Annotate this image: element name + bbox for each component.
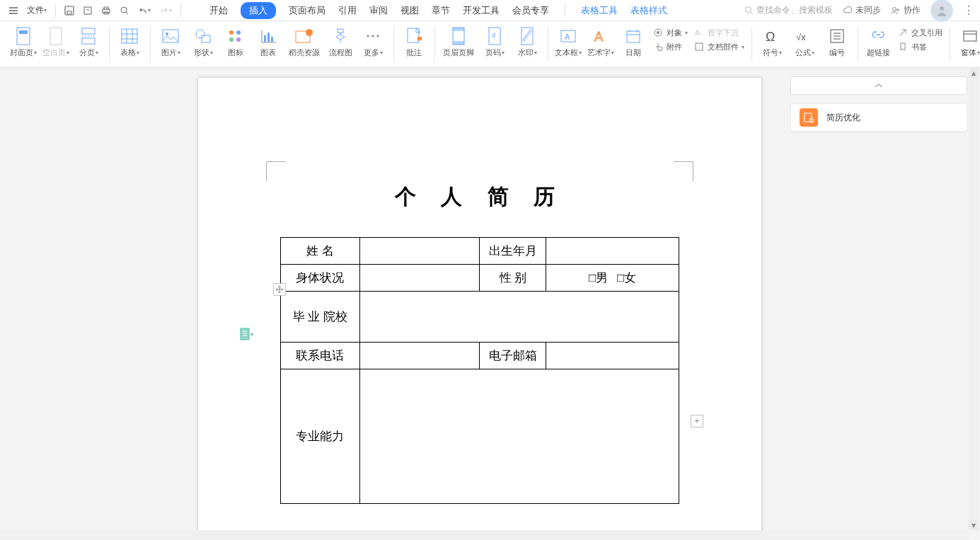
symbol-button[interactable]: Ω 符号▾ [756, 24, 788, 58]
tab-insert[interactable]: 插入 [241, 2, 276, 19]
cell-school-value[interactable] [359, 292, 679, 343]
table-button[interactable]: 表格▾ [113, 24, 146, 58]
menu-icon[interactable] [6, 2, 21, 19]
document-title[interactable]: 个 人 简 历 [266, 183, 693, 212]
svg-rect-34 [408, 28, 419, 42]
svg-rect-24 [264, 35, 266, 42]
comment-label: 批注 [406, 47, 422, 58]
bookmark-button[interactable]: 书签 [897, 41, 942, 52]
cross-ref-button[interactable]: 交叉引用 [897, 27, 942, 38]
scroll-up-icon[interactable]: ▴ [969, 68, 979, 78]
chart-button[interactable]: 图表 [252, 24, 284, 58]
table-add-column[interactable]: + [691, 415, 703, 427]
resume-optimize-card[interactable]: 简历优化 [790, 103, 967, 132]
cell-gender-label[interactable]: 性 别 [480, 265, 546, 292]
comment-button[interactable]: 批注 [398, 24, 430, 58]
gallery-button[interactable]: 稻壳资源 [284, 24, 324, 58]
picture-label: 图片 [161, 47, 177, 58]
cell-phone-label[interactable]: 联系电话 [281, 343, 360, 369]
textbox-button[interactable]: A 文本框▾ [552, 24, 584, 58]
cell-health-value[interactable] [359, 265, 480, 292]
more-icon[interactable]: ⋮ [963, 4, 974, 17]
flowchart-button[interactable]: 流程图 [324, 24, 357, 58]
cell-gender-value[interactable]: □男 □女 [546, 265, 679, 292]
tab-references[interactable]: 引用 [338, 4, 357, 17]
picture-button[interactable]: 图片▾ [154, 24, 187, 58]
cell-health-label[interactable]: 身体状况 [281, 265, 360, 292]
tab-dev-tools[interactable]: 开发工具 [463, 4, 500, 17]
print-icon[interactable] [98, 2, 114, 19]
table-move-handle[interactable] [273, 283, 286, 296]
object-icon [652, 27, 664, 38]
print-preview-icon[interactable] [117, 2, 132, 19]
equation-button[interactable]: √x 公式▾ [788, 24, 821, 58]
svg-rect-4 [104, 7, 108, 9]
cell-phone-value[interactable] [359, 343, 480, 369]
wordart-button[interactable]: A 艺术字▾ [584, 24, 617, 58]
tab-table-style[interactable]: 表格样式 [630, 4, 667, 17]
icons-icon [226, 27, 245, 45]
tab-table-tools[interactable]: 表格工具 [581, 4, 618, 17]
attachment-button[interactable]: 附件 [652, 41, 688, 52]
file-menu[interactable]: 文件 ▾ [24, 2, 50, 19]
tab-page-layout[interactable]: 页面布局 [289, 4, 325, 17]
cover-page-button[interactable]: 封面页▾ [7, 24, 40, 58]
tab-member[interactable]: 会员专享 [512, 4, 549, 17]
page[interactable]: 个 人 简 历 姓 名 出生年月 身体状况 性 别 □男 □女 毕 业 院校 [198, 78, 761, 540]
tab-start[interactable]: 开始 [209, 4, 228, 17]
sync-status[interactable]: 未同步 [843, 4, 881, 16]
tab-review[interactable]: 审阅 [369, 4, 388, 17]
sync-label: 未同步 [855, 4, 881, 16]
collab-button[interactable]: 协作 [891, 4, 921, 16]
table-label: 表格 [120, 47, 136, 58]
scroll-down-icon[interactable]: ▾ [969, 520, 979, 530]
object-button[interactable]: 对象▾ [652, 27, 688, 38]
more-button[interactable]: 更多▾ [357, 24, 389, 58]
header-footer-button[interactable]: 页眉页脚 [439, 24, 478, 58]
shapes-button[interactable]: 形状▾ [187, 24, 219, 58]
save-icon[interactable] [62, 2, 77, 19]
resume-table[interactable]: 姓 名 出生年月 身体状况 性 别 □男 □女 毕 业 院校 联系电话 [280, 237, 679, 504]
blank-page-button[interactable]: 空白页▾ [40, 24, 72, 58]
avatar[interactable] [930, 0, 953, 22]
cover-page-label: 封面页 [10, 47, 33, 58]
export-icon[interactable] [80, 2, 96, 19]
cloud-icon [843, 6, 853, 16]
cell-name-value[interactable] [359, 238, 480, 265]
cell-school-label[interactable]: 毕 业 院校 [281, 292, 360, 343]
margin-corner-tr [674, 161, 693, 181]
tab-chapter[interactable]: 章节 [432, 4, 450, 17]
watermark-button[interactable]: 水印▾ [511, 24, 543, 58]
cell-skills-value[interactable] [359, 369, 679, 504]
cell-email-value[interactable] [546, 343, 679, 369]
cell-birth-value[interactable] [546, 238, 679, 265]
wordart-icon: A [592, 27, 610, 45]
date-button[interactable]: 日期 [617, 24, 650, 58]
redo-icon[interactable]: ▾ [156, 2, 175, 19]
doc-parts-button[interactable]: 文档部件▾ [693, 41, 744, 52]
window-button[interactable]: 窗体▾ [954, 24, 980, 58]
horizontal-scrollbar[interactable] [0, 530, 969, 540]
icon-button[interactable]: 图标 [219, 24, 252, 58]
gutter-page-icon[interactable]: ▾ [239, 327, 255, 341]
svg-point-23 [236, 38, 241, 42]
hyperlink-button[interactable]: 超链接 [862, 24, 894, 58]
svg-point-20 [229, 30, 234, 35]
tab-view[interactable]: 视图 [400, 4, 419, 17]
cell-birth-label[interactable]: 出生年月 [480, 238, 546, 265]
cell-skills-label[interactable]: 专业能力 [281, 369, 360, 504]
drop-cap-button[interactable]: A 首字下沉 [693, 27, 744, 38]
undo-icon[interactable]: ▾ [135, 2, 154, 19]
cell-name-label[interactable]: 姓 名 [281, 238, 360, 265]
cell-email-label[interactable]: 电子邮箱 [480, 343, 546, 369]
page-number-button[interactable]: # 页码▾ [478, 24, 511, 58]
side-collapse-button[interactable] [790, 76, 967, 95]
flowchart-icon [331, 27, 350, 45]
numbering-button[interactable]: 编号 [821, 24, 853, 58]
gender-female: □女 [617, 271, 636, 285]
search-box[interactable]: 查找命令、搜索模板 [744, 4, 833, 16]
file-menu-label: 文件 [27, 4, 44, 16]
svg-point-6 [121, 7, 127, 13]
page-break-button[interactable]: 分页▾ [72, 24, 105, 58]
vertical-scrollbar[interactable]: ▴ ▾ [969, 68, 979, 530]
